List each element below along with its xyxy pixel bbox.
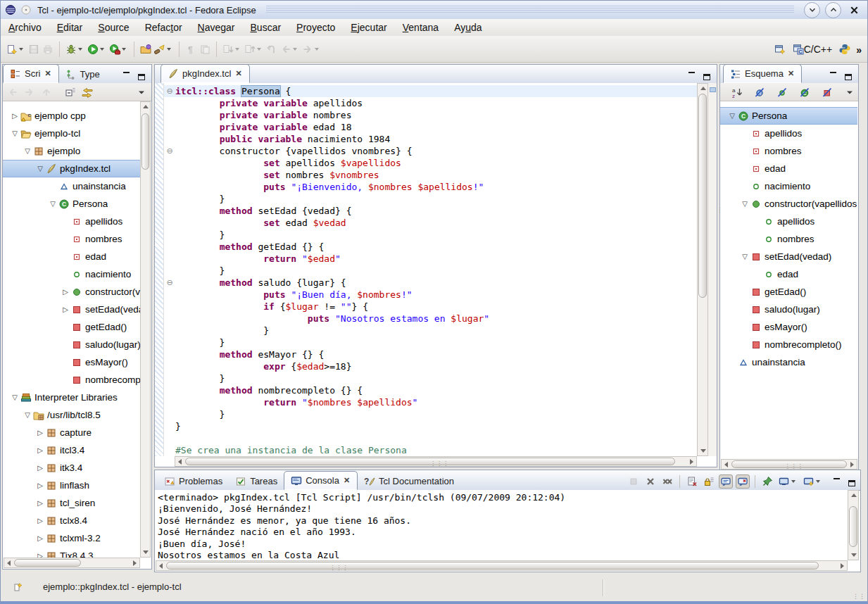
remove-launch-button[interactable] bbox=[643, 474, 658, 489]
dropdown-arrow-icon[interactable] bbox=[122, 48, 126, 51]
minimize-view-button[interactable] bbox=[827, 70, 838, 80]
dropdown-arrow-icon[interactable] bbox=[19, 48, 23, 51]
project-tree[interactable]: ▷Cejemplo cpp▽ejemplo-tcl▽ejemplo▽pkgInd… bbox=[3, 101, 140, 558]
vertical-scrollbar[interactable] bbox=[140, 101, 151, 558]
editor-tab-pkgindex[interactable]: pkgIndex.tcl ✕ bbox=[161, 64, 250, 83]
sash-handle[interactable]: ⋮ bbox=[717, 208, 723, 211]
show-stderr-button[interactable] bbox=[736, 474, 750, 489]
tree-item-unainstancia[interactable]: unainstancia bbox=[720, 353, 857, 371]
link-editor-button[interactable] bbox=[80, 84, 94, 100]
menu-editar[interactable]: Editar bbox=[49, 20, 91, 34]
expander-icon[interactable]: ▷ bbox=[35, 482, 45, 489]
code-editor[interactable]: ⊖itcl::class Persona { private variable … bbox=[155, 83, 697, 456]
horizontal-scrollbar[interactable] bbox=[4, 558, 140, 568]
horizontal-scrollbar[interactable]: ⋮⋮⋮ bbox=[721, 459, 857, 470]
remove-all-button[interactable] bbox=[660, 474, 674, 489]
dropdown-arrow-icon[interactable] bbox=[78, 48, 82, 51]
expander-icon[interactable]: ▽ bbox=[48, 200, 58, 208]
tree-item-saludo-lugar[interactable]: saludo(lugar) bbox=[3, 336, 140, 353]
expander-icon[interactable]: ▽ bbox=[10, 130, 20, 137]
menu-source[interactable]: Source bbox=[90, 20, 137, 34]
tree-item-tcl-siren[interactable]: ▷tcl_siren bbox=[3, 494, 140, 512]
scrollbar-thumb[interactable]: ⋮⋮⋮ bbox=[185, 458, 675, 465]
minimize-view-button[interactable] bbox=[686, 70, 697, 80]
hide-fields-button[interactable]: R bbox=[753, 84, 767, 100]
tree-item-apellidos[interactable]: apellidos bbox=[3, 213, 140, 230]
dropdown-arrow-icon[interactable] bbox=[816, 480, 820, 483]
resize-grip[interactable]: ⋮⋮ bbox=[853, 593, 865, 600]
menu-refactor[interactable]: Refactor bbox=[137, 20, 190, 34]
sash-handle[interactable]: ⋮ bbox=[151, 254, 158, 257]
tree-item-capture[interactable]: ▷capture bbox=[3, 424, 140, 441]
tree-item-persona[interactable]: ▽CPersona bbox=[3, 195, 140, 213]
debug-button[interactable] bbox=[64, 42, 86, 57]
explorer-tab-type[interactable]: Type bbox=[59, 65, 106, 83]
maximize-view-button[interactable] bbox=[136, 70, 147, 80]
expander-icon[interactable]: ▽ bbox=[35, 165, 45, 172]
menu-buscar[interactable]: Buscar bbox=[243, 20, 289, 34]
outline-tree[interactable]: ▽CPersonaapellidosnombresedadnacimiento▽… bbox=[720, 101, 857, 459]
fold-collapse-icon[interactable]: ⊖ bbox=[164, 85, 175, 97]
tree-item-interpreter-libraries[interactable]: ▽Interpreter Libraries bbox=[3, 389, 140, 406]
minimize-view-button[interactable] bbox=[120, 70, 132, 80]
tree-item-usr-lib-tcl8-5[interactable]: ▽/usr/lib/tcl8.5 bbox=[3, 406, 140, 424]
run-button[interactable] bbox=[86, 42, 108, 57]
tree-item-apellidos[interactable]: apellidos bbox=[720, 213, 857, 230]
tree-item-itcl3-4[interactable]: ▷itcl3.4 bbox=[3, 441, 140, 459]
horizontal-scrollbar[interactable]: ⋮⋮⋮ bbox=[175, 456, 697, 467]
tree-item-getedad[interactable]: getEdad() bbox=[3, 318, 140, 336]
chevron-more-button[interactable]: » bbox=[856, 44, 862, 56]
tree-item-apellidos[interactable]: apellidos bbox=[720, 125, 857, 142]
tree-item-tclx8-4[interactable]: ▷tclx8.4 bbox=[3, 512, 140, 529]
tree-item-nombres[interactable]: nombres bbox=[720, 142, 857, 160]
tree-item-nombrecompleto[interactable]: nombrecompleto() bbox=[720, 336, 857, 353]
close-window-button[interactable] bbox=[846, 2, 862, 18]
tree-item-nombres[interactable]: nombres bbox=[720, 230, 857, 248]
expander-icon[interactable]: ▽ bbox=[23, 147, 32, 155]
expander-icon[interactable]: ▷ bbox=[35, 534, 45, 542]
tree-item-edad[interactable]: edad bbox=[720, 265, 857, 283]
close-tab-button[interactable]: ✕ bbox=[787, 69, 795, 78]
tree-item-ejemplo[interactable]: ▽ejemplo bbox=[3, 142, 140, 160]
expander-icon[interactable]: ▷ bbox=[35, 429, 45, 436]
scrollbar-thumb[interactable]: ⋮⋮⋮ bbox=[166, 562, 819, 570]
tree-item-pkgindex-tcl[interactable]: ▽pkgIndex.tcl bbox=[3, 160, 140, 177]
search-button[interactable] bbox=[153, 42, 175, 57]
tree-item-linflash[interactable]: ▷linflash bbox=[3, 477, 140, 494]
console-tab-tcl-documentation[interactable]: ?Tcl Documentation bbox=[358, 472, 460, 490]
dropdown-arrow-icon[interactable] bbox=[167, 48, 171, 51]
vertical-scrollbar[interactable] bbox=[848, 490, 859, 560]
tree-item-esmayor[interactable]: esMayor() bbox=[720, 318, 857, 336]
python-perspective-button[interactable] bbox=[838, 42, 852, 57]
dropdown-arrow-icon[interactable] bbox=[100, 48, 104, 51]
horizontal-scrollbar[interactable]: ⋮⋮⋮ bbox=[156, 560, 848, 571]
expander-icon[interactable]: ▽ bbox=[727, 112, 737, 120]
maximize-view-button[interactable] bbox=[701, 70, 712, 80]
scrollbar-thumb[interactable]: ⋮⋮⋮ bbox=[731, 460, 847, 468]
console-output[interactable]: <terminado> pkgIndex.tcl [Tcl Script] /u… bbox=[155, 490, 848, 560]
tree-item-esmayor[interactable]: esMayor() bbox=[3, 353, 140, 371]
maximize-view-button[interactable] bbox=[843, 70, 854, 80]
tab-esquema[interactable]: Esquema ✕ bbox=[723, 64, 802, 83]
display-console-button[interactable] bbox=[777, 474, 799, 489]
window-menu-icon[interactable] bbox=[20, 4, 32, 15]
tree-item-tix8-4-3[interactable]: ▷Tix8.4.3 bbox=[3, 547, 140, 558]
scroll-lock-button[interactable] bbox=[702, 474, 716, 489]
explorer-tab-scri[interactable]: Scri✕ bbox=[3, 64, 59, 83]
view-menu-button[interactable] bbox=[134, 84, 149, 100]
menu-proyecto[interactable]: Proyecto bbox=[289, 20, 343, 34]
collapse-all-button[interactable] bbox=[63, 84, 77, 100]
tree-item-nacimiento[interactable]: nacimiento bbox=[720, 177, 857, 195]
maximize-window-button[interactable] bbox=[825, 2, 841, 18]
scrollbar-thumb[interactable] bbox=[141, 113, 149, 170]
tree-item-ejemplo-cpp[interactable]: ▷Cejemplo cpp bbox=[3, 107, 140, 125]
fold-collapse-icon[interactable]: ⊖ bbox=[164, 277, 175, 289]
tree-item-persona[interactable]: ▽CPersona bbox=[720, 107, 857, 125]
expander-icon[interactable]: ▷ bbox=[10, 112, 20, 120]
dropdown-arrow-icon[interactable] bbox=[791, 480, 795, 483]
open-type-button[interactable] bbox=[139, 42, 153, 57]
tree-item-tclxml-3-2[interactable]: ▷tclxml-3.2 bbox=[3, 529, 140, 547]
overview-ruler[interactable] bbox=[707, 83, 717, 456]
close-tab-button[interactable]: ✕ bbox=[44, 69, 51, 78]
expander-icon[interactable]: ▽ bbox=[740, 200, 750, 208]
